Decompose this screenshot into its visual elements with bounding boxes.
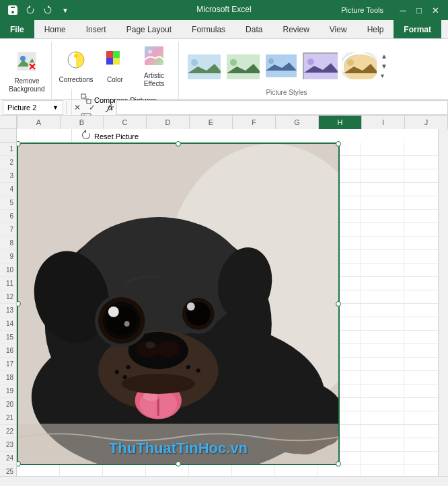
tab-page-layout[interactable]: Page Layout bbox=[116, 20, 182, 38]
redo-button[interactable] bbox=[40, 3, 55, 17]
tab-review[interactable]: Review bbox=[272, 20, 319, 38]
row-num-13[interactable]: 13 bbox=[0, 304, 16, 317]
name-box[interactable]: Picture 2 ▼ bbox=[3, 100, 63, 115]
picture-style-1[interactable] bbox=[184, 51, 222, 81]
picture-styles-label: Picture Styles bbox=[266, 87, 307, 99]
resize-handle-tr[interactable] bbox=[336, 141, 341, 147]
svg-point-47 bbox=[124, 321, 130, 327]
svg-point-59 bbox=[186, 365, 190, 369]
row-num-18[interactable]: 18 bbox=[0, 371, 16, 384]
remove-bg-icon bbox=[16, 50, 38, 76]
col-header-g[interactable]: G bbox=[276, 116, 319, 129]
styles-scroll[interactable]: ▲ ▼ ▾ bbox=[379, 51, 389, 81]
picture-style-4[interactable] bbox=[301, 51, 339, 81]
ribbon-group-remove-bg: Remove Background bbox=[3, 42, 52, 99]
row-num-9[interactable]: 9 bbox=[0, 250, 16, 264]
select-all-button[interactable] bbox=[0, 116, 17, 129]
picture-style-5[interactable] bbox=[340, 51, 378, 81]
col-i-cells bbox=[361, 143, 404, 476]
row-num-24[interactable]: 24 bbox=[0, 452, 16, 465]
row-num-8[interactable]: 8 bbox=[0, 237, 16, 250]
style-preview-5 bbox=[342, 52, 377, 79]
remove-bg-label: Remove Background bbox=[9, 77, 44, 93]
svg-point-15 bbox=[148, 50, 152, 54]
fx-button[interactable]: 𝑓𝑥 bbox=[103, 103, 116, 112]
svg-point-29 bbox=[347, 59, 354, 66]
styles-scroll-up[interactable]: ▲ bbox=[381, 52, 387, 60]
row-num-25[interactable]: 25 bbox=[0, 465, 16, 476]
row-num-1[interactable]: 1 bbox=[0, 143, 16, 156]
row-num-17[interactable]: 17 bbox=[0, 358, 16, 371]
maximize-button[interactable]: □ bbox=[412, 3, 426, 17]
vertical-scrollbar[interactable] bbox=[438, 129, 448, 476]
styles-expand[interactable]: ▾ bbox=[381, 72, 387, 79]
col-header-e[interactable]: E bbox=[190, 116, 233, 129]
col-header-f[interactable]: F bbox=[233, 116, 276, 129]
tab-home[interactable]: Home bbox=[34, 20, 76, 38]
horizontal-scrollbar[interactable] bbox=[0, 476, 448, 486]
row-num-5[interactable]: 5 bbox=[0, 196, 16, 210]
row-num-2[interactable]: 2 bbox=[0, 156, 16, 169]
tab-data[interactable]: Data bbox=[235, 20, 272, 38]
col-header-d[interactable]: D bbox=[147, 116, 190, 129]
resize-handle-br[interactable] bbox=[336, 461, 341, 467]
col-header-c[interactable]: C bbox=[104, 116, 147, 129]
svg-point-55 bbox=[122, 374, 195, 394]
color-button[interactable]: Color bbox=[96, 44, 134, 89]
close-button[interactable]: ✕ bbox=[428, 3, 443, 17]
row-num-11[interactable]: 11 bbox=[0, 277, 16, 290]
row-num-21[interactable]: 21 bbox=[0, 411, 16, 425]
row-num-19[interactable]: 19 bbox=[0, 384, 16, 398]
ribbon-tabs: File Home Insert Page Layout Formulas Da… bbox=[0, 20, 448, 39]
tab-file[interactable]: File bbox=[0, 20, 34, 38]
cancel-formula-button[interactable]: ✕ bbox=[71, 101, 84, 114]
col-header-i[interactable]: I bbox=[362, 116, 405, 129]
row-num-4[interactable]: 4 bbox=[0, 183, 16, 196]
tab-formulas[interactable]: Formulas bbox=[182, 20, 235, 38]
resize-handle-tm[interactable] bbox=[176, 141, 181, 147]
corrections-button[interactable]: Corrections bbox=[57, 44, 95, 89]
row-num-16[interactable]: 16 bbox=[0, 344, 16, 358]
resize-handle-bm[interactable] bbox=[176, 461, 181, 467]
row-num-15[interactable]: 15 bbox=[0, 331, 16, 344]
col-header-j[interactable]: J bbox=[405, 116, 448, 129]
col-header-b[interactable]: B bbox=[61, 116, 104, 129]
svg-point-51 bbox=[187, 302, 195, 311]
adjust-items: Corrections Color bbox=[57, 42, 173, 89]
svg-point-46 bbox=[108, 307, 119, 317]
row-num-10[interactable]: 10 bbox=[0, 264, 16, 277]
picture-style-2[interactable] bbox=[223, 51, 261, 81]
styles-scroll-down[interactable]: ▼ bbox=[381, 63, 387, 70]
tab-view[interactable]: View bbox=[320, 20, 357, 38]
picture-style-3[interactable] bbox=[262, 51, 300, 81]
row-num-20[interactable]: 20 bbox=[0, 398, 16, 411]
formula-bar: Picture 2 ▼ ✕ ✓ 𝑓𝑥 bbox=[0, 99, 448, 116]
row-num-12[interactable]: 12 bbox=[0, 290, 16, 304]
cell-a25[interactable] bbox=[17, 465, 60, 476]
svg-point-6 bbox=[74, 54, 78, 58]
save-button[interactable] bbox=[5, 3, 20, 17]
picture-styles-items: ▲ ▼ ▾ bbox=[184, 42, 389, 87]
col-header-h[interactable]: H bbox=[319, 116, 362, 129]
row-num-3[interactable]: 3 bbox=[0, 169, 16, 183]
tab-insert[interactable]: Insert bbox=[76, 20, 116, 38]
remove-background-button[interactable]: Remove Background bbox=[8, 50, 46, 94]
artistic-effects-button[interactable]: Artistic Effects bbox=[135, 44, 173, 89]
quick-access-toolbar: ▼ bbox=[5, 3, 73, 17]
minimize-button[interactable]: ─ bbox=[396, 3, 410, 17]
row-num-22[interactable]: 22 bbox=[0, 425, 16, 438]
row-num-6[interactable]: 6 bbox=[0, 210, 16, 223]
resize-handle-mr[interactable] bbox=[336, 301, 341, 307]
row-num-14[interactable]: 14 bbox=[0, 317, 16, 331]
col-header-a[interactable]: A bbox=[17, 116, 61, 129]
customize-qat-button[interactable]: ▼ bbox=[58, 3, 73, 17]
image-overlay[interactable]: ThuThuatTinHoc.vn bbox=[17, 143, 340, 465]
col-offset-indicator bbox=[34, 129, 34, 143]
confirm-formula-button[interactable]: ✓ bbox=[85, 101, 99, 114]
tab-format[interactable]: Format bbox=[394, 20, 441, 38]
tab-help[interactable]: Help bbox=[357, 20, 394, 38]
undo-button[interactable] bbox=[23, 3, 38, 17]
row-num-7[interactable]: 7 bbox=[0, 223, 16, 237]
row-num-23[interactable]: 23 bbox=[0, 438, 16, 452]
formula-input[interactable] bbox=[116, 100, 448, 115]
